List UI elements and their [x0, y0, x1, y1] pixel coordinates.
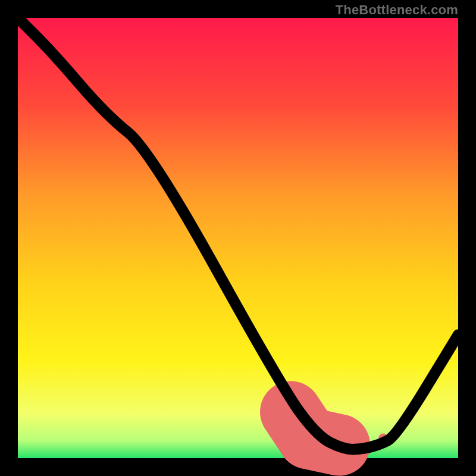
bottleneck-curve	[18, 18, 458, 449]
chart-frame: TheBottleneck.com	[0, 0, 476, 476]
watermark-text: TheBottleneck.com	[336, 2, 458, 18]
chart-overlay	[18, 18, 458, 458]
